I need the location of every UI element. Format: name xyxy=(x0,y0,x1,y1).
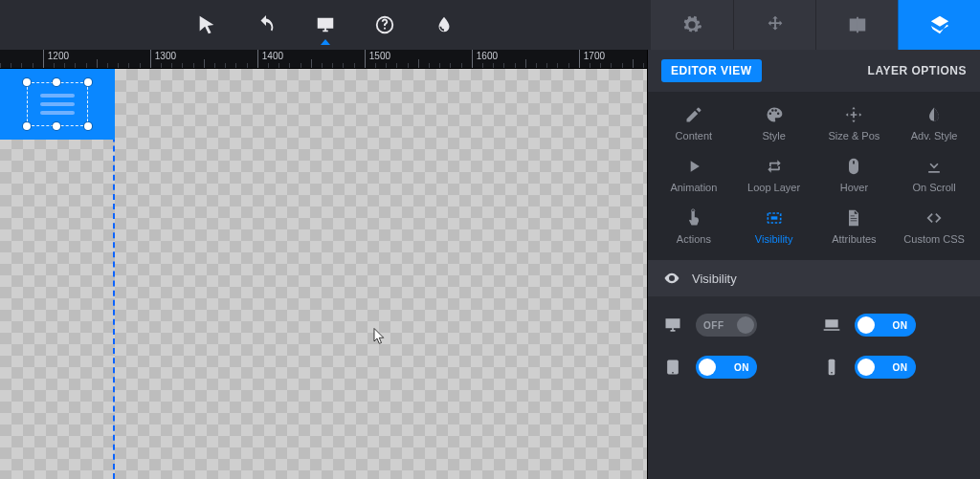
visibility-toggle-laptop[interactable]: ON xyxy=(855,314,916,337)
layer-options-grid: ContentStyleSize & PosAdv. StyleAnimatio… xyxy=(648,92,980,260)
option-actions[interactable]: Actions xyxy=(654,208,734,245)
resize-handle-s[interactable] xyxy=(53,122,60,130)
resize-handle-se[interactable] xyxy=(84,122,92,130)
editor-view-button[interactable]: EDITOR VIEW xyxy=(661,59,762,82)
editor-canvas[interactable] xyxy=(0,69,647,479)
select-tool-icon[interactable] xyxy=(194,12,219,37)
panel-tab-layers[interactable] xyxy=(898,0,980,50)
sidebar-header: EDITOR VIEW LAYER OPTIONS xyxy=(648,50,980,92)
color-contrast-icon[interactable] xyxy=(432,12,457,37)
horizontal-ruler: 120013001400150016001700 xyxy=(0,50,647,69)
eye-icon xyxy=(663,270,680,287)
panel-tab-compare[interactable] xyxy=(815,0,898,50)
visibility-toggles: OFF ON ON ON xyxy=(648,296,980,388)
preview-device-icon[interactable] xyxy=(313,12,338,37)
mouse-cursor-icon xyxy=(371,325,389,346)
visibility-section-title: Visibility xyxy=(692,272,737,286)
sidebar-title: LAYER OPTIONS xyxy=(868,64,967,77)
help-icon[interactable] xyxy=(372,12,397,37)
panel-tab-navigation[interactable] xyxy=(733,0,815,50)
option-content[interactable]: Content xyxy=(654,105,734,142)
option-animation[interactable]: Animation xyxy=(654,157,734,193)
option-looplayer[interactable]: Loop Layer xyxy=(734,157,814,193)
option-hover[interactable]: Hover xyxy=(814,157,895,193)
option-customcss[interactable]: Custom CSS xyxy=(894,208,974,245)
top-toolbar xyxy=(0,0,980,50)
tablet-icon xyxy=(661,358,684,377)
option-sizepos[interactable]: Size & Pos xyxy=(814,105,895,142)
resize-handle-ne[interactable] xyxy=(84,78,92,86)
laptop-icon xyxy=(820,316,843,335)
option-style[interactable]: Style xyxy=(734,105,814,142)
selection-box xyxy=(27,82,88,126)
resize-handle-nw[interactable] xyxy=(23,78,31,86)
option-onscroll[interactable]: On Scroll xyxy=(894,157,974,193)
phone-icon xyxy=(820,358,843,377)
desktop-icon xyxy=(661,316,684,335)
option-advstyle[interactable]: Adv. Style xyxy=(894,105,974,142)
undo-icon[interactable] xyxy=(254,12,278,37)
canvas-area: 120013001400150016001700 xyxy=(0,50,647,479)
visibility-toggle-tablet[interactable]: ON xyxy=(696,356,757,379)
visibility-toggle-phone[interactable]: ON xyxy=(855,356,916,379)
resize-handle-n[interactable] xyxy=(53,78,60,86)
option-attributes[interactable]: Attributes xyxy=(814,208,895,245)
option-visibility[interactable]: Visibility xyxy=(734,208,814,245)
panel-tab-settings[interactable] xyxy=(651,0,733,50)
visibility-toggle-desktop[interactable]: OFF xyxy=(696,314,757,337)
visibility-section-header[interactable]: Visibility xyxy=(648,260,980,296)
right-sidebar: EDITOR VIEW LAYER OPTIONS ContentStyleSi… xyxy=(647,50,980,479)
resize-handle-sw[interactable] xyxy=(23,122,31,130)
selected-layer[interactable] xyxy=(0,69,115,140)
